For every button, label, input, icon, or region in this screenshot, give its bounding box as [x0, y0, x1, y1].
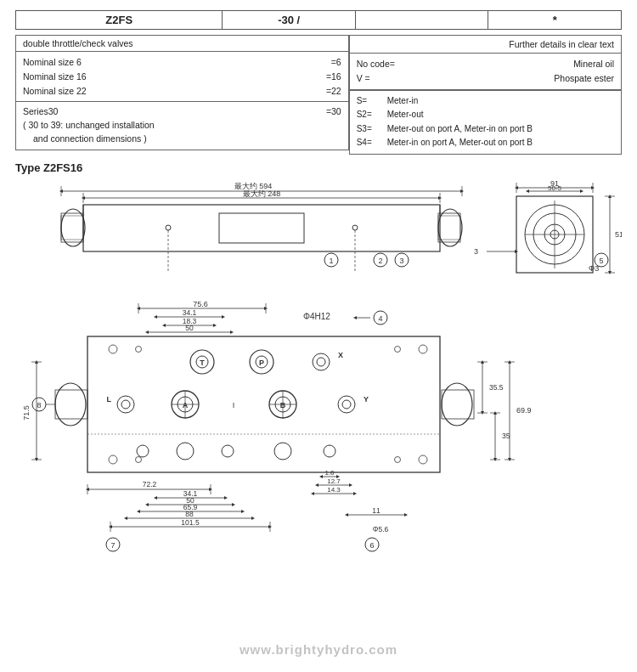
svg-text:35.5: 35.5 [489, 383, 504, 392]
no-code-value: Mineral oil [573, 57, 614, 71]
svg-text:75.6: 75.6 [193, 300, 208, 308]
svg-point-70 [342, 400, 351, 409]
svg-point-10 [166, 225, 171, 230]
svg-rect-91 [442, 390, 474, 419]
size22-value: =22 [326, 84, 341, 99]
svg-text:I: I [233, 401, 235, 409]
drawing-area: 1 2 3 5 最大约 594 [15, 179, 622, 630]
further-details-label: Further details in clear text [509, 39, 614, 49]
svg-text:4: 4 [378, 314, 382, 323]
size6-label: Nominal size 6 [23, 55, 82, 70]
svg-rect-2 [61, 213, 83, 242]
svg-point-77 [419, 345, 427, 353]
phi3-label: Φ3 [589, 264, 599, 273]
svg-point-82 [136, 456, 142, 462]
svg-text:X: X [338, 351, 343, 359]
svg-text:35: 35 [502, 432, 510, 440]
svg-point-83 [395, 456, 401, 462]
svg-text:1.6: 1.6 [324, 469, 335, 477]
s4-label: S4= [357, 136, 384, 150]
svg-text:最大约 248: 最大约 248 [243, 189, 281, 198]
s-code-row-s4: S4= Meter-in on port A, Meter-out on por… [357, 136, 614, 150]
s-codes-box: S= Meter-in S2= Meter-out S3= Meter-out … [349, 90, 622, 155]
series-value: =30 [326, 105, 341, 119]
svg-point-69 [338, 396, 355, 413]
technical-drawing: 1 2 3 5 最大约 594 [15, 179, 622, 630]
svg-text:12.7: 12.7 [327, 477, 341, 485]
svg-point-76 [109, 345, 117, 353]
svg-text:3: 3 [474, 247, 478, 256]
svg-text:7: 7 [110, 541, 115, 550]
model-part4: * [488, 11, 622, 30]
nominal-sizes-box: Nominal size 6 =6 Nominal size 16 =16 No… [15, 52, 349, 102]
model-code-table: Z2FS -30 / * [15, 10, 622, 30]
svg-point-3 [438, 209, 462, 246]
s3-desc: Meter-out on port A, Meter-in on port B [387, 122, 533, 137]
size16-value: =16 [326, 70, 341, 84]
svg-point-98 [222, 445, 234, 457]
series-desc2: and connection dimensions ) [23, 133, 155, 146]
s2-label: S2= [357, 108, 384, 122]
svg-text:Φ5.6: Φ5.6 [373, 525, 389, 534]
svg-text:Y: Y [364, 395, 369, 404]
svg-rect-0 [83, 205, 440, 251]
s3-label: S3= [357, 122, 384, 137]
svg-text:72.2: 72.2 [143, 480, 157, 488]
svg-point-81 [395, 346, 401, 352]
no-code-label: No code= [357, 57, 395, 71]
fluid-box: No code= Mineral oil V = Phospate ester [349, 54, 622, 90]
svg-point-90 [442, 383, 472, 426]
throttle-check-box: double throttle/check valves [15, 35, 349, 52]
type-label: Type Z2FS16 [15, 161, 622, 174]
size22-label: Nominal size 22 [23, 84, 87, 99]
model-part3 [355, 11, 488, 30]
model-part1: Z2FS [16, 11, 223, 30]
v-label: V = [357, 71, 370, 86]
svg-text:3: 3 [399, 257, 403, 265]
size16-label: Nominal size 16 [23, 70, 87, 84]
size6-value: =6 [331, 55, 341, 70]
svg-point-78 [109, 455, 117, 464]
model-part2: -30 / [223, 11, 356, 30]
svg-point-11 [352, 225, 358, 230]
svg-text:2: 2 [378, 257, 382, 265]
svg-text:50: 50 [185, 324, 194, 332]
svg-text:P: P [259, 359, 264, 367]
further-details-box: Further details in clear text [349, 35, 622, 54]
left-info-col: double throttle/check valves Nominal siz… [15, 35, 349, 155]
svg-text:101.5: 101.5 [181, 518, 200, 527]
s4-desc: Meter-in on port A, Meter-out on port B [387, 136, 533, 150]
s-code-row-s2: S2= Meter-out [357, 108, 614, 122]
svg-point-79 [419, 455, 427, 464]
svg-text:69.9: 69.9 [516, 406, 532, 415]
s2-desc: Meter-out [387, 108, 424, 122]
series-label: Series30 [23, 105, 155, 119]
svg-point-80 [136, 346, 142, 352]
svg-text:T: T [200, 359, 205, 367]
svg-text:5: 5 [599, 257, 603, 265]
svg-text:71.5: 71.5 [22, 405, 31, 421]
svg-text:Φ4H12: Φ4H12 [303, 312, 330, 321]
throttle-check-label: double throttle/check valves [23, 38, 133, 48]
svg-text:1: 1 [329, 257, 333, 265]
series-box: Series30 ( 30 to 39: unchanged installat… [15, 102, 349, 150]
svg-point-56 [313, 353, 330, 370]
svg-text:34.1: 34.1 [183, 308, 197, 317]
s-code-row-s: S= Meter-in [357, 94, 614, 109]
info-section: double throttle/check valves Nominal siz… [15, 35, 622, 155]
s-label: S= [357, 94, 384, 109]
svg-point-1 [61, 209, 85, 246]
svg-rect-4 [438, 213, 460, 242]
v-value: Phospate ester [554, 71, 614, 86]
series-desc1: ( 30 to 39: unchanged installation [23, 119, 155, 133]
svg-text:50-5: 50-5 [548, 184, 562, 192]
svg-text:51: 51 [615, 230, 622, 239]
svg-point-88 [55, 383, 86, 426]
svg-text:14.3: 14.3 [327, 486, 341, 494]
svg-rect-5 [219, 213, 304, 243]
s-desc: Meter-in [387, 94, 419, 109]
svg-point-60 [121, 400, 130, 409]
svg-point-57 [317, 358, 325, 366]
svg-rect-89 [55, 390, 87, 419]
svg-point-100 [324, 445, 335, 457]
